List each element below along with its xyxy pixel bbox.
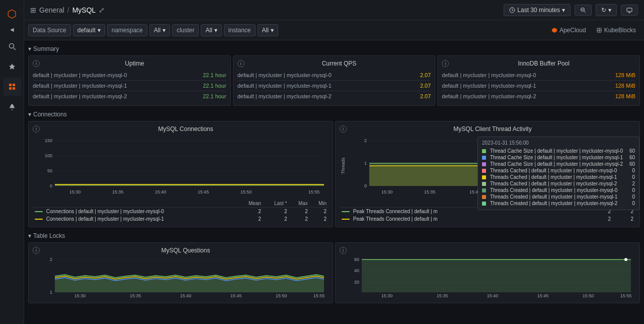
legend-swatch-0	[35, 211, 43, 212]
svg-text:15:45: 15:45	[537, 293, 549, 298]
right-chart-info-icon[interactable]: i	[340, 247, 347, 254]
table-row: default | mycluster | mycluster-mysql-1 …	[237, 81, 431, 91]
table-row: default | mycluster | mycluster-mysql-0 …	[33, 70, 226, 81]
legend-label-0: Connections | default | mycluster | mycl…	[33, 208, 237, 216]
zoom-out-btn[interactable]	[575, 5, 592, 16]
thread-chart-title: MySQL Client Thread Activity	[350, 125, 635, 133]
svg-text:20: 20	[354, 280, 359, 285]
qps-info-icon[interactable]: i	[237, 60, 245, 67]
innodb-title: InnoDB Buffer Pool	[452, 60, 635, 67]
summary-section-label: Summary	[33, 45, 59, 52]
table-locks-collapse-icon: ▾	[28, 232, 31, 239]
namespace-value: All	[154, 27, 160, 34]
thread-legend-last-1	[556, 215, 588, 223]
thread-tooltip-popup: 2023-01-31 15:56:00 Thread Cache Size | …	[477, 137, 639, 210]
right-chart-title-row: i	[340, 247, 635, 254]
tooltip-date: 2023-01-31 15:56:00	[482, 140, 635, 146]
legend-swatch-1	[35, 219, 43, 220]
innodb-value-0: 128 MiB	[615, 72, 635, 78]
apecloud-link[interactable]: ApeCloud	[547, 25, 590, 36]
time-range-btn[interactable]: Last 30 minutes ▾	[504, 4, 571, 16]
svg-text:150: 150	[45, 138, 52, 143]
time-range-label: Last 30 minutes	[517, 7, 560, 14]
apecloud-label: ApeCloud	[559, 27, 586, 34]
tooltip-label-7: Threads Created | default | mycluster | …	[490, 194, 623, 200]
tooltip-swatch-0	[482, 149, 486, 153]
tooltip-swatch-5	[482, 182, 486, 186]
datasource-select[interactable]: default ▾	[73, 24, 105, 36]
svg-text:15:55: 15:55	[620, 293, 632, 298]
tooltip-val-6: 0	[627, 187, 635, 193]
legend-last-0: 2	[263, 208, 289, 216]
sidebar-item-search[interactable]	[3, 37, 21, 55]
thread-legend-min-1: 2	[613, 215, 635, 223]
sidebar-item-dashboards[interactable]	[3, 78, 21, 96]
innodb-label-1: default | mycluster | mycluster-mysql-1	[442, 83, 536, 89]
table-row: default | mycluster | mycluster-mysql-1 …	[33, 81, 226, 91]
sidebar-item-starred[interactable]	[3, 57, 21, 76]
sidebar-item-alerts[interactable]	[3, 98, 21, 116]
svg-text:1: 1	[364, 161, 367, 166]
innodb-info-icon[interactable]: i	[442, 60, 449, 67]
datasource-label: Data Source	[28, 24, 71, 36]
svg-marker-80	[362, 260, 631, 292]
questions-chart-svg: 2 1 15:30 15:35 15:40 15:45 15:50 15:55	[33, 257, 329, 297]
namespace-select[interactable]: All ▾	[149, 24, 170, 36]
uptime-value-2: 22.1 hour	[203, 93, 226, 99]
table-row: default | mycluster | mycluster-mysql-1 …	[442, 81, 635, 91]
connections-info-icon[interactable]: i	[33, 125, 40, 133]
summary-section-header[interactable]: ▾ Summary	[28, 43, 640, 55]
tooltip-swatch-6	[482, 188, 486, 192]
tooltip-val-5: 2	[627, 181, 635, 186]
time-range-chevron: ▾	[562, 7, 565, 14]
svg-text:100: 100	[45, 153, 52, 158]
refresh-icon: ↻	[601, 7, 606, 14]
cluster-select[interactable]: All ▾	[201, 24, 221, 36]
table-locks-section-label: Table Locks	[33, 232, 65, 239]
tooltip-row: Thread Cache Size | default | mycluster …	[482, 148, 635, 154]
svg-text:2: 2	[364, 138, 367, 143]
refresh-btn[interactable]: ↻ ▾	[596, 4, 617, 16]
questions-info-icon[interactable]: i	[33, 247, 40, 254]
svg-text:60: 60	[354, 257, 359, 262]
tooltip-label-2: Thread Cache Size | default | mycluster …	[490, 161, 623, 167]
table-row: default | mycluster | mycluster-mysql-0 …	[237, 70, 431, 81]
connections-section-header[interactable]: ▾ Connections	[28, 109, 640, 121]
summary-grid: i Uptime default | mycluster | mycluster…	[28, 55, 640, 106]
svg-text:15:40: 15:40	[487, 293, 499, 298]
share-icon[interactable]: ⤢	[99, 6, 105, 14]
svg-text:2: 2	[50, 257, 52, 262]
qps-panel: i Current QPS default | mycluster | mycl…	[233, 55, 436, 106]
svg-text:15:35: 15:35	[424, 189, 436, 195]
instance-select[interactable]: All ▾	[258, 24, 278, 36]
legend-row[interactable]: Peak Threads Connected | default | m 2 2	[340, 215, 635, 223]
tv-mode-btn[interactable]	[621, 5, 638, 16]
summary-collapse-icon: ▾	[28, 45, 31, 52]
sidebar-collapse-btn[interactable]: ◀	[3, 24, 21, 34]
clock-icon	[509, 7, 515, 13]
svg-rect-6	[13, 87, 15, 90]
thread-legend-mean-1	[525, 215, 556, 223]
questions-title-row: i MySQL Questions	[33, 247, 329, 254]
instance-chevron: ▾	[271, 27, 274, 34]
svg-text:15:45: 15:45	[198, 189, 209, 195]
thread-title-row: i MySQL Client Thread Activity	[340, 125, 635, 133]
cluster-chevron: ▾	[214, 27, 217, 34]
svg-line-1	[14, 48, 16, 50]
legend-row[interactable]: Connections | default | mycluster | mycl…	[33, 208, 329, 216]
uptime-info-icon[interactable]: i	[33, 60, 40, 67]
uptime-value-0: 22.1 hour	[203, 72, 226, 78]
tooltip-row: Thread Cache Size | default | mycluster …	[482, 154, 635, 161]
thread-info-icon[interactable]: i	[340, 125, 347, 133]
legend-row[interactable]: Connections | default | mycluster | mycl…	[33, 215, 329, 223]
breadcrumb-parent[interactable]: General	[39, 6, 64, 14]
tooltip-val-2: 60	[627, 161, 635, 167]
topbar: ⊞ General / MySQL ⤢ Last 30 minutes ▾ ↻ …	[24, 0, 644, 20]
svg-text:15:30: 15:30	[74, 293, 86, 298]
legend-header-min: Min	[310, 200, 329, 208]
table-row: default | mycluster | mycluster-mysql-2 …	[33, 91, 226, 101]
connections-collapse-icon: ▾	[28, 111, 31, 118]
kubeblocks-link[interactable]: KubeBlocks	[592, 25, 640, 36]
thread-legend-label-1: Peak Threads Connected | default | m	[340, 215, 525, 223]
table-locks-section-header[interactable]: ▾ Table Locks	[28, 230, 640, 242]
